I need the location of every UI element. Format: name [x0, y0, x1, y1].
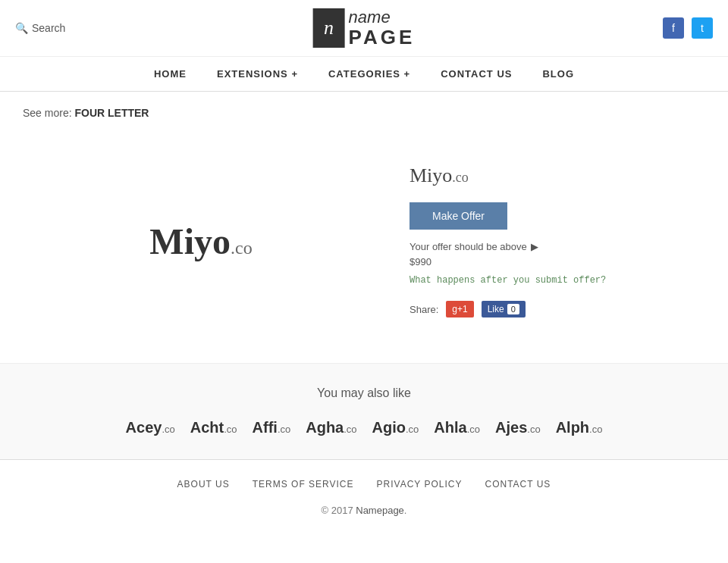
fb-like-label: Like [488, 304, 504, 314]
offer-hint: Your offer should be above ▶ [410, 241, 705, 252]
footer-terms[interactable]: TERMS OF SERVICE [253, 479, 354, 489]
breadcrumb: See more: FOUR LETTER [0, 92, 728, 134]
nav-extensions[interactable]: EXTENSIONS + [217, 68, 298, 80]
list-item[interactable]: Agio.co [372, 419, 419, 436]
copyright-brand[interactable]: Namepage [356, 505, 404, 516]
search-area[interactable]: 🔍 Search [15, 22, 65, 34]
offer-hint-text: Your offer should be above [410, 241, 527, 252]
make-offer-button[interactable]: Make Offer [410, 202, 507, 230]
also-like-title: You may also like [15, 386, 713, 400]
breadcrumb-link[interactable]: FOUR LETTER [74, 107, 149, 119]
search-icon: 🔍 [15, 22, 28, 34]
list-item[interactable]: Acht.co [190, 419, 237, 436]
logo-icon: n [313, 8, 345, 48]
domain-title-name: Miyo [410, 164, 452, 186]
logo[interactable]: n name PAGE [313, 8, 416, 48]
list-item[interactable]: Acey.co [126, 419, 175, 436]
share-row: Share: g+1 Like 0 [410, 301, 705, 317]
domain-logo-tld: .co [231, 238, 253, 258]
main-nav: HOME EXTENSIONS + CATEGORIES + CONTACT U… [0, 57, 728, 92]
search-label: Search [32, 22, 65, 34]
footer: ABOUT US TERMS OF SERVICE PRIVACY POLICY… [0, 459, 728, 527]
footer-about[interactable]: ABOUT US [177, 479, 230, 489]
logo-page: PAGE [349, 27, 416, 48]
facebook-icon[interactable]: f [663, 17, 684, 39]
gplus-button[interactable]: g+1 [446, 301, 473, 317]
footer-privacy[interactable]: PRIVACY POLICY [377, 479, 463, 489]
facebook-like-button[interactable]: Like 0 [482, 301, 526, 317]
also-like-section: You may also like Acey.co Acht.co Affi.c… [0, 363, 728, 459]
twitter-icon[interactable]: t [692, 17, 713, 39]
main-content: Miyo.co Miyo.co Make Offer Your offer sh… [0, 134, 728, 363]
domain-logo-name: Miyo [149, 221, 231, 261]
logo-name: name [349, 8, 416, 27]
nav-blog[interactable]: BLOG [542, 68, 574, 80]
fb-like-count: 0 [507, 304, 519, 314]
copyright-suffix: . [404, 505, 407, 516]
list-item[interactable]: Affi.co [253, 419, 291, 436]
domain-logo-display: Miyo.co [149, 221, 252, 262]
domain-preview: Miyo.co [23, 149, 379, 333]
offer-hint-arrow: ▶ [531, 241, 538, 252]
breadcrumb-prefix: See more: [23, 107, 72, 119]
list-item[interactable]: Alph.co [556, 419, 603, 436]
header: 🔍 Search n name PAGE f t [0, 0, 728, 57]
logo-text: name PAGE [349, 8, 416, 48]
nav-home[interactable]: HOME [154, 68, 187, 80]
copyright-prefix: © 2017 [322, 505, 353, 516]
nav-categories[interactable]: CATEGORIES + [328, 68, 410, 80]
footer-copyright: © 2017 Namepage. [15, 505, 713, 516]
domain-title: Miyo.co [410, 164, 705, 187]
share-label: Share: [410, 304, 438, 315]
submit-question-link[interactable]: What happens after you submit offer? [410, 275, 705, 286]
footer-contact[interactable]: CONTACT US [485, 479, 551, 489]
list-item[interactable]: Agha.co [306, 419, 356, 436]
social-links: f t [663, 17, 713, 39]
domain-info: Miyo.co Make Offer Your offer should be … [410, 149, 705, 333]
domain-title-tld: .co [452, 170, 469, 185]
list-item[interactable]: Ahla.co [434, 419, 480, 436]
list-item[interactable]: Ajes.co [495, 419, 541, 436]
footer-links: ABOUT US TERMS OF SERVICE PRIVACY POLICY… [15, 479, 713, 489]
also-like-domains: Acey.co Acht.co Affi.co Agha.co Agio.co … [15, 419, 713, 436]
nav-contact[interactable]: CONTACT US [441, 68, 512, 80]
offer-amount: $990 [410, 256, 705, 267]
